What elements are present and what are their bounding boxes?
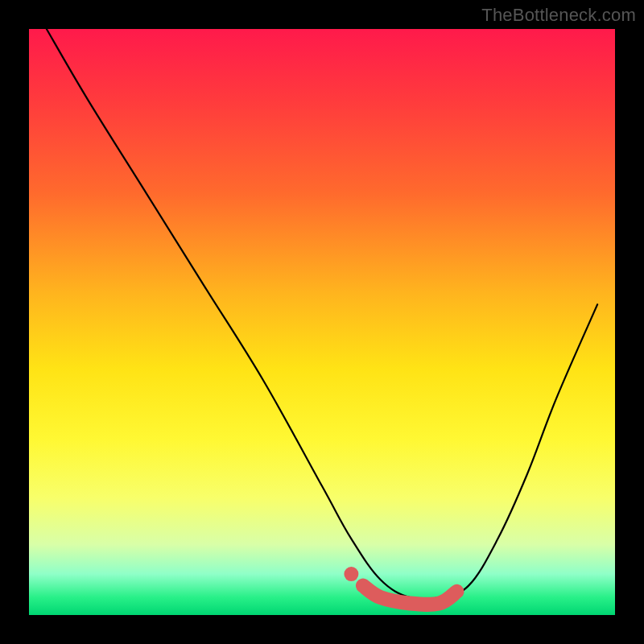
watermark-text: TheBottleneck.com <box>481 5 636 26</box>
optimal-range-start-dot <box>344 567 358 581</box>
plot-area <box>29 29 615 615</box>
bottleneck-curve <box>47 29 597 600</box>
curve-layer <box>29 29 615 615</box>
chart-stage: TheBottleneck.com <box>0 0 644 644</box>
optimal-range-highlight <box>363 586 456 605</box>
